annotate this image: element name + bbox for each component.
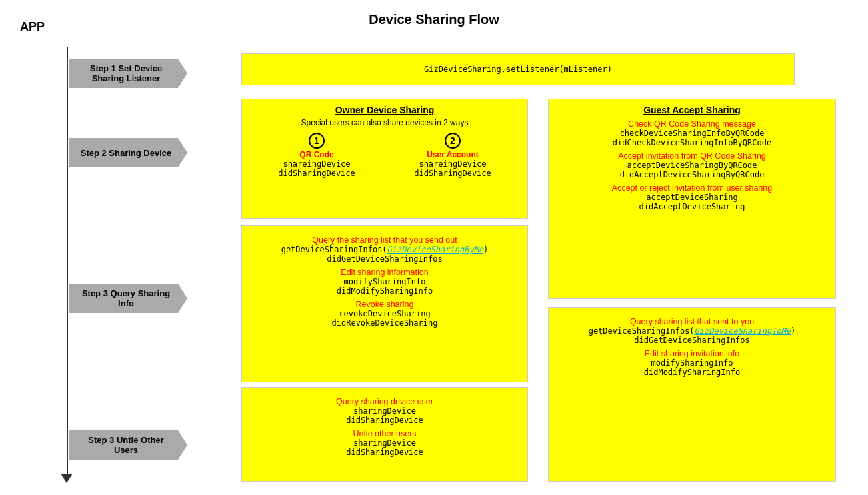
guest-query-red2: Edit sharing invitation info [555,349,829,358]
query-code2b: didModifySharingInfo [249,286,521,296]
sharing-user-red1: Query sharing device user [249,397,521,406]
sharing-user-code2a: sharingDevice [249,438,521,448]
query-code2a: modifySharingInfo [249,277,521,286]
sharing-user-box: Query sharing device user sharingDevice … [241,387,528,482]
guest-code2b: didAcceptDeviceSharingByQRCode [555,170,829,179]
qr-section: 1 QR Code shareingDevice didSharingDevic… [278,133,355,178]
qr-label: QR Code [299,150,333,159]
step1-box: GizDeviceSharing.setListener(mListener) [241,53,795,85]
guest-red3: Accept or reject invitation from user sh… [555,183,829,193]
query-code3b: didRevokeDeviceSharing [249,318,521,328]
guest-accept-header: Guest Accept Sharing [555,105,829,115]
guest-query-link1: GizDeviceSharingToMe [695,326,791,336]
sharing-user-code1b: didSharingDevice [249,416,521,425]
user-label: User Account [427,150,479,159]
guest-red2: Accept invitation from QR Code Sharing [555,151,829,161]
user-code1: shareingDevice [419,159,486,169]
owner-header: Owner Device Sharing [249,105,521,115]
step2-label: Step 2 Sharing Device [69,138,187,167]
query-box: Query the sharing list that you send out… [241,225,528,382]
guest-code3a: acceptDeviceSharing [555,193,829,202]
vertical-line [67,47,68,475]
sharing-user-code1a: sharingDevice [249,406,521,416]
guest-query-box: Query sharing list that sent to you getD… [548,307,836,482]
step3-query-label: Step 3 Query Sharing Info [69,284,187,313]
query-link1: GizDeviceSharingByMe [387,245,484,254]
query-red3: Revoke sharing [249,300,521,309]
guest-query-code1: getDeviceSharingInfos(GizDeviceSharingTo… [555,326,829,336]
owner-box: Owner Device Sharing Special users can a… [241,99,528,219]
circle-1: 1 [309,133,325,149]
arrow-down-icon [61,474,73,483]
query-red1: Query the sharing list that you send out [249,235,521,245]
guest-accept-box: Guest Accept Sharing Check QR Code Shari… [548,99,836,299]
guest-query-code2b: didModifySharingInfo [555,368,829,377]
guest-query-red1: Query sharing list that sent to you [555,317,829,326]
query-code1a: getDeviceSharingInfos(GizDeviceSharingBy… [249,245,521,254]
guest-query-code2a: modifySharingInfo [555,358,829,368]
qr-code1: shareingDevice [283,159,350,169]
page-title: Device Sharing Flow [0,0,868,34]
qr-code2: didSharingDevice [278,169,355,178]
sharing-user-code2b: didSharingDevice [249,448,521,457]
step3-untie-label: Step 3 Untie Other Users [69,430,187,460]
step1-label: Step 1 Set Device Sharing Listener [69,59,187,88]
user-code2: didSharingDevice [414,169,491,178]
guest-code2a: acceptDeviceSharingByQRCode [555,161,829,170]
query-red2: Edit sharing information [249,268,521,277]
step1-code: GizDeviceSharing.setListener(mListener) [424,65,612,74]
query-code3a: revokeDeviceSharing [249,309,521,318]
guest-red1: Check QR Code Sharing message [555,119,829,129]
guest-code1b: didCheckDeviceSharingInfoByQRCode [555,138,829,147]
sharing-user-red2: Untie other users [249,429,521,438]
user-section: 2 User Account shareingDevice didSharing… [414,133,491,178]
owner-subtitle: Special users can also share devices in … [249,118,521,127]
circle-2: 2 [445,133,461,149]
guest-code3b: didAcceptDeviceSharing [555,202,829,211]
query-code1d: didGetDeviceSharingInfos [249,254,521,264]
guest-code1a: checkDeviceSharingInfoByQRCode [555,129,829,138]
guest-query-code1d: didGetDeviceSharingInfos [555,336,829,345]
